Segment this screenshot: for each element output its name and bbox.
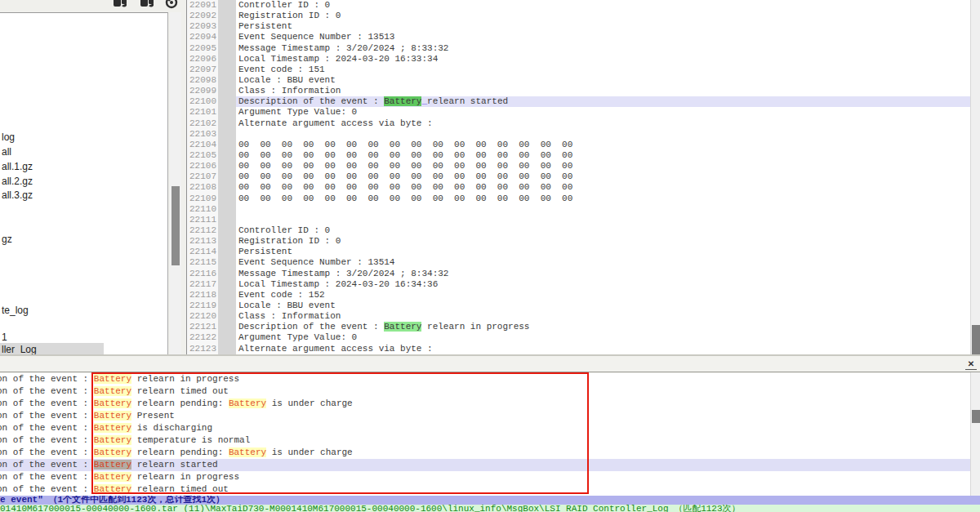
line-text: Locale : BBU event — [236, 75, 970, 86]
gutter-margin — [218, 32, 236, 42]
gutter-margin — [218, 332, 236, 343]
gutter-margin — [218, 129, 236, 140]
line-number: 22091 — [187, 0, 218, 11]
line-number: 22102 — [187, 118, 218, 129]
line-text: Controller ID : 0 — [236, 0, 970, 11]
file-tree-item[interactable]: all.1.gz — [0, 160, 33, 174]
line-number: 22106 — [187, 161, 218, 171]
log-line: 22114Persistent — [187, 247, 970, 257]
file-tree-item[interactable]: all.3.gz — [0, 189, 33, 203]
file-summary-bar: 01410M617000015-00040000-1600.tar (11)\M… — [0, 505, 980, 512]
sidebar-scrollbar-thumb[interactable] — [172, 186, 180, 265]
editor-scrollbar[interactable] — [970, 0, 980, 354]
gutter-margin — [218, 311, 236, 322]
line-number: 22117 — [187, 279, 218, 290]
line-text: Alternate argument access via byte : — [236, 118, 970, 129]
line-text: Argument Type Value: 0 — [236, 107, 970, 118]
line-text: Local Timestamp : 2024-03-20 16:33:34 — [236, 54, 970, 65]
file-tree-item[interactable]: gz — [0, 233, 12, 247]
gutter-margin — [218, 194, 236, 204]
search-result-row[interactable]: on of the event : Battery relearn timed … — [0, 385, 970, 398]
log-line: 22095Message Timestamp : 3/20/2024 ; 8:3… — [187, 43, 970, 54]
export-log-icon[interactable] — [113, 0, 128, 10]
line-text: 00 00 00 00 00 00 00 00 00 00 00 00 00 0… — [236, 194, 970, 204]
gutter-margin — [218, 86, 236, 96]
log-line: 22091Controller ID : 0 — [187, 0, 970, 11]
gutter-margin — [218, 54, 236, 65]
line-text: Locale : BBU event — [236, 301, 970, 311]
gutter-margin — [218, 161, 236, 171]
log-line: 2210800 00 00 00 00 00 00 00 00 00 00 00… — [187, 182, 970, 193]
line-number: 22109 — [187, 194, 218, 204]
gutter-margin — [218, 290, 236, 301]
gutter-margin — [218, 65, 236, 75]
file-tree-item[interactable]: log — [0, 131, 15, 145]
log-line: 22122Argument Type Value: 0 — [187, 332, 970, 343]
line-text: Persistent — [236, 21, 970, 32]
log-line: 22102Alternate argument access via byte … — [187, 118, 970, 129]
gutter-margin — [218, 279, 236, 290]
file-tree-item[interactable]: ller_Log — [0, 343, 104, 354]
result-prefix: on of the event : — [0, 398, 94, 408]
line-text: Event Sequence Number : 13513 — [236, 32, 970, 42]
results-scrollbar[interactable] — [970, 372, 980, 496]
line-text: Class : Information — [236, 86, 970, 96]
line-text: Controller ID : 0 — [236, 225, 970, 236]
line-text: Description of the event : Battery_relea… — [236, 96, 970, 107]
log-line: 2210500 00 00 00 00 00 00 00 00 00 00 00… — [187, 150, 970, 161]
gutter-margin — [218, 225, 236, 236]
log-line: 22096Local Timestamp : 2024-03-20 16:33:… — [187, 54, 970, 65]
search-result-row[interactable]: on of the event : Battery Present — [0, 410, 970, 422]
gutter-margin — [218, 236, 236, 247]
search-result-row[interactable]: on of the event : Battery is discharging — [0, 422, 970, 434]
search-result-row[interactable]: on of the event : Battery relearn timed … — [0, 483, 970, 496]
sidebar-scrollbar[interactable] — [170, 12, 181, 354]
line-text: 00 00 00 00 00 00 00 00 00 00 00 00 00 0… — [236, 150, 970, 161]
line-number: 22101 — [187, 107, 218, 118]
search-result-row[interactable]: on of the event : Battery relearn pendin… — [0, 447, 970, 459]
gutter-margin — [218, 269, 236, 279]
line-text — [236, 215, 970, 225]
gutter-margin — [218, 21, 236, 32]
file-tree-item[interactable]: all.2.gz — [0, 175, 33, 189]
editor-scrollbar-thumb[interactable] — [972, 325, 980, 354]
search-result-row[interactable]: on of the event : Battery temperature is… — [0, 434, 970, 447]
line-text: Registration ID : 0 — [236, 236, 970, 247]
log-line: 22110 — [187, 204, 970, 215]
log-line: 22111 — [187, 215, 970, 225]
file-tree-item[interactable]: all — [0, 145, 11, 159]
results-scrollbar-thumb[interactable] — [972, 410, 980, 423]
search-result-row[interactable]: on of the event : Battery relearn in pro… — [0, 373, 970, 385]
line-number: 22094 — [187, 32, 218, 42]
gutter-margin — [218, 182, 236, 193]
locate-icon[interactable] — [163, 0, 180, 10]
line-text: Persistent — [236, 247, 970, 257]
search-result-row[interactable]: on of the event : Battery relearn in pro… — [0, 471, 970, 483]
line-number: 22104 — [187, 140, 218, 150]
panel-divider[interactable]: ✕ — [0, 354, 980, 372]
search-status-bar: e event" （1个文件中匹配到1123次，总计查找1次） — [0, 496, 980, 505]
log-line: 22123Alternate argument access via byte … — [187, 344, 970, 354]
line-number: 22099 — [187, 86, 218, 96]
result-match: Battery — [94, 472, 131, 482]
highlighted-match: Battery — [384, 96, 421, 106]
gutter-margin — [218, 96, 236, 107]
log-line: 22103 — [187, 129, 970, 140]
result-prefix: on of the event : — [0, 447, 94, 457]
result-prefix: on of the event : — [0, 411, 94, 421]
log-viewer-window: logallall.1.gzall.2.gzall.3.gzgzte_log1l… — [0, 0, 980, 512]
file-tree-item[interactable]: te_log — [0, 304, 29, 318]
search-result-row[interactable]: on of the event : Battery relearn pendin… — [0, 398, 970, 410]
close-icon[interactable]: ✕ — [965, 359, 977, 370]
line-text: 00 00 00 00 00 00 00 00 00 00 00 00 00 0… — [236, 140, 970, 150]
search-result-row[interactable]: on of the event : Battery relearn starte… — [0, 459, 970, 471]
highlighted-match: Battery — [384, 322, 421, 332]
export-log-2-icon[interactable] — [140, 0, 155, 10]
gutter-margin — [218, 75, 236, 86]
line-number: 22114 — [187, 247, 218, 257]
result-match: Battery — [229, 447, 266, 457]
line-number: 22093 — [187, 21, 218, 32]
log-line: 22117Local Timestamp : 2024-03-20 16:34:… — [187, 279, 970, 290]
line-text — [236, 129, 970, 140]
line-text: Alternate argument access via byte : — [236, 344, 970, 354]
